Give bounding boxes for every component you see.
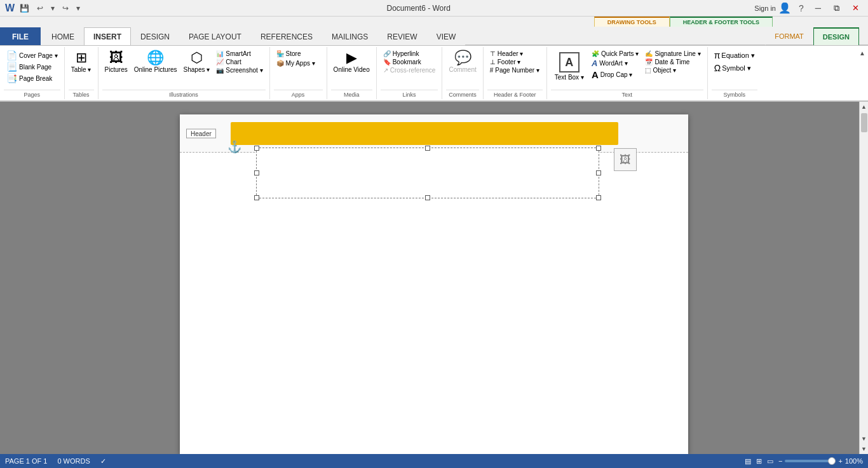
comment-button[interactable]: 💬 Comment	[446, 50, 478, 74]
blank-page-button[interactable]: 📃 Blank Page	[4, 61, 54, 72]
text-box-icon: A	[559, 52, 580, 72]
online-pictures-button[interactable]: 🌐 Online Pictures	[132, 50, 180, 74]
handle-left-center[interactable]	[254, 170, 259, 176]
online-pictures-icon: 🌐	[147, 51, 164, 65]
save-btn[interactable]: 💾	[17, 3, 32, 14]
pictures-button[interactable]: 🖼 Pictures	[102, 50, 130, 74]
zoom-minus[interactable]: −	[778, 457, 782, 465]
hyperlink-icon: 🔗	[383, 50, 391, 57]
tables-buttons: ⊞ Table ▾	[69, 50, 94, 90]
smartart-button[interactable]: 📊 SmartArt	[214, 50, 265, 58]
tab-format[interactable]: FORMAT	[765, 27, 813, 45]
zoom-control[interactable]: − + 100%	[778, 457, 863, 465]
zoom-slider-track[interactable]	[785, 460, 836, 462]
handle-top-center[interactable]	[425, 146, 430, 151]
links-label: Links	[381, 90, 438, 98]
scroll-down-arrow[interactable]: ▼	[859, 434, 868, 444]
page-header-area: Header ⚓ 🖼	[180, 114, 688, 153]
chart-button[interactable]: 📈 Chart	[214, 58, 265, 66]
zoom-slider-thumb[interactable]	[828, 457, 836, 465]
handle-bottom-center[interactable]	[425, 195, 430, 200]
symbol-icon: Ω	[714, 63, 721, 73]
undo-dropdown[interactable]: ▾	[48, 3, 57, 14]
object-button[interactable]: ⬚ Object ▾	[642, 66, 703, 74]
close-btn[interactable]: ✕	[848, 3, 863, 13]
quick-parts-button[interactable]: 🧩 Quick Parts ▾	[589, 50, 641, 58]
symbol-button[interactable]: Ω Symbol ▾	[712, 62, 754, 74]
scroll-bottom-arrow[interactable]: ▼	[859, 444, 868, 454]
zoom-plus[interactable]: +	[838, 457, 842, 465]
store-button[interactable]: 🏪 Store	[274, 50, 304, 58]
equation-button[interactable]: π Equation ▾	[712, 50, 757, 61]
tab-file[interactable]: FILE	[0, 27, 41, 45]
bookmark-button[interactable]: 🔖 Bookmark	[381, 58, 424, 66]
comment-icon: 💬	[454, 51, 471, 65]
header-footer-tools-label: HEADER & FOOTER TOOLS	[670, 17, 773, 27]
scroll-thumb[interactable]	[861, 113, 867, 132]
tab-design[interactable]: DESIGN	[131, 27, 179, 45]
text-label: Text	[551, 90, 703, 98]
vertical-scrollbar[interactable]: ▲ ▼ ▼	[859, 102, 868, 454]
help-btn[interactable]: ?	[796, 3, 806, 13]
header-button[interactable]: ⊤ Header ▾	[487, 50, 526, 58]
document-page: Header ⚓ 🖼	[180, 114, 688, 454]
anchor-icon: ⚓	[227, 140, 241, 154]
my-apps-button[interactable]: 📦 My Apps ▾	[274, 59, 318, 67]
ribbon-collapse[interactable]: ▲	[859, 47, 868, 99]
yellow-bar[interactable]	[231, 122, 618, 145]
handle-top-right[interactable]	[596, 146, 601, 151]
drop-cap-button[interactable]: A Drop Cap ▾	[589, 69, 641, 81]
minimize-btn[interactable]: ─	[811, 3, 825, 13]
signature-line-button[interactable]: ✍ Signature Line ▾	[642, 50, 703, 58]
handle-bottom-left[interactable]	[254, 195, 259, 200]
wordart-button[interactable]: A WordArt ▾	[589, 58, 641, 69]
page-number-button[interactable]: # Page Number ▾	[487, 66, 542, 74]
tab-hf-design[interactable]: DESIGN	[813, 27, 859, 45]
hyperlink-button[interactable]: 🔗 Hyperlink	[381, 50, 422, 58]
customize-qa[interactable]: ▾	[74, 3, 83, 14]
tab-page-layout[interactable]: PAGE LAYOUT	[179, 27, 251, 45]
undo-btn[interactable]: ↩	[34, 3, 46, 14]
restore-btn[interactable]: ⧉	[830, 3, 843, 13]
scroll-up-arrow[interactable]: ▲	[859, 102, 868, 112]
cross-reference-button[interactable]: ↗ Cross-reference	[381, 66, 438, 74]
context-labels-bar: DRAWING TOOLS HEADER & FOOTER TOOLS	[0, 17, 868, 27]
date-time-button[interactable]: 📅 Date & Time	[642, 58, 703, 66]
tab-view[interactable]: VIEW	[427, 27, 466, 45]
image-layout-icon[interactable]: 🖼	[614, 148, 637, 171]
header-footer-label: Header & Footer	[487, 90, 543, 98]
page-break-button[interactable]: 📑 Page Break	[4, 72, 55, 84]
document-area: ▲ ▼ ▼ Header ⚓ 🖼	[0, 102, 868, 454]
screenshot-button[interactable]: 📷 Screenshot ▾	[214, 66, 265, 74]
proofing-icon[interactable]: ✓	[100, 457, 106, 465]
tab-insert[interactable]: INSERT	[84, 27, 131, 45]
text-box-button[interactable]: A Text Box ▾	[551, 50, 588, 83]
symbols-label: Symbols	[712, 90, 757, 98]
ribbon-group-text: A Text Box ▾ 🧩 Quick Parts ▾ A WordArt ▾…	[547, 47, 708, 99]
tab-review[interactable]: REVIEW	[377, 27, 426, 45]
tab-mailings[interactable]: MAILINGS	[322, 27, 377, 45]
tab-references[interactable]: REFERENCES	[251, 27, 322, 45]
view-web-icon[interactable]: ⊞	[756, 457, 762, 465]
view-read-icon[interactable]: ▭	[767, 457, 773, 465]
footer-button[interactable]: ⊥ Footer ▾	[487, 58, 524, 66]
table-button[interactable]: ⊞ Table ▾	[69, 50, 94, 74]
redo-btn[interactable]: ↪	[60, 3, 71, 14]
handle-bottom-right[interactable]	[596, 195, 601, 200]
signin-text[interactable]: Sign in	[754, 4, 776, 12]
handle-right-center[interactable]	[596, 170, 601, 176]
header-footer-buttons: ⊤ Header ▾ ⊥ Footer ▾ # Page Number ▾	[487, 50, 543, 90]
text-box[interactable]: 🖼	[256, 148, 599, 198]
handle-top-left[interactable]	[254, 146, 259, 151]
shapes-button[interactable]: ⬡ Shapes ▾	[181, 50, 213, 74]
online-video-button[interactable]: ▶ Online Video	[331, 50, 372, 74]
document-title: Document6 - Word	[83, 4, 754, 13]
cover-page-button[interactable]: 📄 Cover Page ▾	[4, 50, 60, 61]
signin-area: Sign in 👤	[754, 2, 791, 14]
view-print-icon[interactable]: ▤	[745, 457, 751, 465]
ribbon-group-comments: 💬 Comment Comments	[442, 47, 483, 99]
smartart-icon: 📊	[216, 50, 224, 57]
apps-buttons: 🏪 Store 📦 My Apps ▾	[274, 50, 323, 90]
tab-home[interactable]: HOME	[42, 27, 84, 45]
ribbon-group-apps: 🏪 Store 📦 My Apps ▾ Apps	[270, 47, 327, 99]
